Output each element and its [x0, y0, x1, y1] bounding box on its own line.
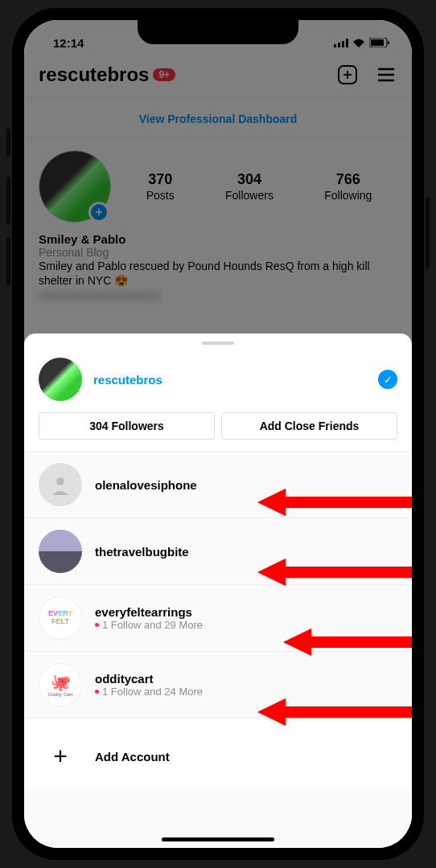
current-account-row[interactable]: rescutebros ✓ — [24, 350, 412, 412]
current-account-avatar — [39, 358, 82, 401]
account-item[interactable]: 🐙 Oddity Cart odditycart 1 Follow and 24… — [24, 651, 412, 718]
account-username: olenalovesiphone — [95, 478, 397, 492]
account-username: thetravelbugbite — [95, 545, 397, 559]
svg-point-13 — [56, 477, 64, 485]
followers-button[interactable]: 304 Followers — [39, 412, 215, 440]
account-item[interactable]: olenalovesiphone — [24, 451, 412, 518]
account-username: odditycart — [95, 672, 397, 686]
account-subtitle: 1 Follow and 24 More — [95, 686, 397, 698]
account-username: everyfeltearrings — [95, 605, 397, 619]
add-account-button[interactable]: + Add Account — [24, 718, 412, 791]
notch — [138, 20, 298, 44]
screen: 12:14 rescutebros — [24, 20, 412, 848]
account-avatar — [39, 463, 82, 506]
sheet-handle[interactable] — [202, 342, 234, 345]
notification-dot-icon — [95, 623, 99, 627]
account-switcher-sheet: rescutebros ✓ 304 Followers Add Close Fr… — [24, 334, 412, 848]
account-item[interactable]: EVERYFELT everyfeltearrings 1 Follow and… — [24, 584, 412, 651]
account-avatar — [39, 530, 82, 573]
selected-checkmark-icon: ✓ — [378, 370, 397, 389]
current-account-username: rescutebros — [93, 373, 367, 387]
plus-icon: + — [39, 735, 82, 778]
phone-frame: 12:14 rescutebros — [12, 8, 424, 860]
account-list: olenalovesiphone thetravelbugbite EVERYF… — [24, 451, 412, 848]
add-close-friends-button[interactable]: Add Close Friends — [221, 412, 397, 440]
account-avatar: EVERYFELT — [39, 596, 82, 640]
account-avatar: 🐙 Oddity Cart — [39, 663, 82, 706]
account-subtitle: 1 Follow and 29 More — [95, 619, 397, 631]
home-indicator[interactable] — [162, 837, 274, 841]
add-account-label: Add Account — [95, 750, 170, 764]
notification-dot-icon — [95, 690, 99, 694]
account-item[interactable]: thetravelbugbite — [24, 518, 412, 584]
